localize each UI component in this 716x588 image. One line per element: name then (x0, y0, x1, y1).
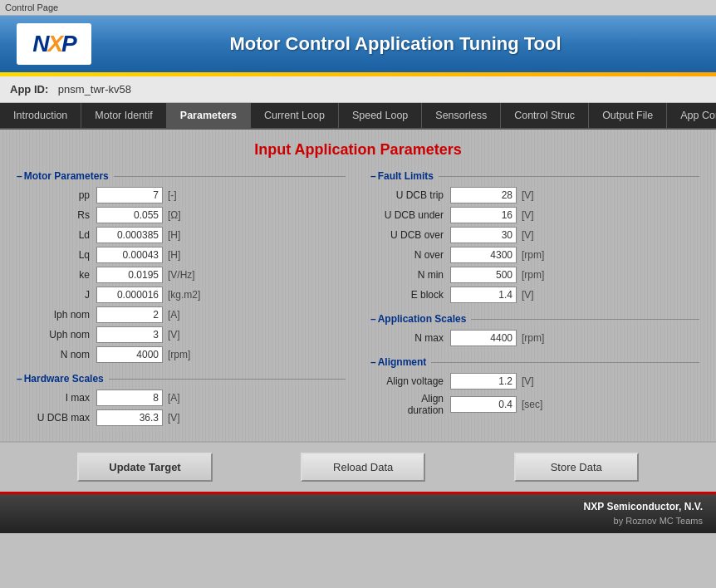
alignment-group: Alignment Align voltage [V] Align durati… (370, 356, 699, 416)
input-uph-nom[interactable] (96, 326, 163, 343)
app-scales-group: Application Scales N max [rpm] (370, 313, 699, 346)
bottom-bar: NXP Semiconductor, N.V. by Roznov MC Tea… (0, 492, 716, 533)
input-align-voltage[interactable] (450, 373, 517, 390)
param-row-j: J [kg.m2] (17, 287, 346, 303)
alignment-label: Alignment (370, 356, 699, 368)
unit-n-max: [rpm] (522, 332, 567, 344)
unit-n-nom: [rpm] (168, 349, 213, 360)
input-align-duration[interactable] (450, 396, 517, 413)
param-row-i-max: I max [A] (17, 390, 346, 406)
label-align-voltage: Align voltage (384, 375, 450, 387)
nav-tabs: Introduction Motor Identif Parameters Cu… (0, 103, 716, 130)
fault-limits-label: Fault Limits (370, 170, 699, 182)
unit-u-dcb-trip: [V] (522, 189, 567, 201)
label-n-nom: N nom (30, 349, 96, 360)
fault-limits-group: Fault Limits U DCB trip [V] U DCB under … (370, 170, 699, 303)
label-e-block: E block (384, 289, 450, 301)
input-n-max[interactable] (450, 330, 517, 346)
footer-area: Update Target Reload Data Store Data (0, 441, 716, 492)
unit-e-block: [V] (522, 289, 567, 301)
label-lq: Lq (30, 249, 96, 261)
param-row-n-over: N over [rpm] (370, 247, 699, 263)
param-row-lq: Lq [H] (17, 247, 346, 263)
label-iph-nom: Iph nom (30, 309, 96, 321)
input-e-block[interactable] (450, 287, 517, 303)
hardware-scales-label: Hardware Scales (17, 373, 346, 385)
param-row-ke: ke [V/Hz] (17, 267, 346, 283)
logo-box: NXP (17, 23, 91, 65)
tab-parameters[interactable]: Parameters (167, 103, 251, 128)
tab-output-file[interactable]: Output File (589, 103, 667, 128)
input-n-min[interactable] (450, 267, 517, 283)
label-u-dcb-max: U DCB max (30, 412, 96, 424)
input-pp[interactable] (96, 187, 163, 203)
hardware-scales-group: Hardware Scales I max [A] U DCB max [V] (17, 373, 346, 426)
store-data-button[interactable]: Store Data (514, 453, 639, 482)
app-scales-label: Application Scales (370, 313, 699, 325)
unit-i-max: [A] (168, 392, 213, 404)
param-row-align-duration: Align duration [sec] (370, 393, 699, 416)
label-n-max: N max (384, 332, 450, 344)
param-row-e-block: E block [V] (370, 287, 699, 303)
input-n-nom[interactable] (96, 346, 163, 363)
input-ke[interactable] (96, 267, 163, 283)
input-ld[interactable] (96, 227, 163, 243)
param-row-iph-nom: Iph nom [A] (17, 306, 346, 323)
input-iph-nom[interactable] (96, 306, 163, 323)
input-u-dcb-over[interactable] (450, 227, 517, 243)
tab-introduction[interactable]: Introduction (0, 103, 81, 128)
unit-u-dcb-under: [V] (522, 209, 567, 221)
label-n-over: N over (384, 249, 450, 261)
team-name: by Roznov MC Teams (13, 514, 703, 528)
input-u-dcb-trip[interactable] (450, 187, 517, 203)
section-title: Input Application Parameters (17, 141, 699, 159)
unit-n-over: [rpm] (522, 249, 567, 261)
input-u-dcb-max[interactable] (96, 409, 163, 426)
reload-data-button[interactable]: Reload Data (301, 453, 425, 482)
unit-j: [kg.m2] (168, 289, 213, 301)
tab-current-loop[interactable]: Current Loop (251, 103, 339, 128)
logo: NXP (32, 31, 76, 57)
unit-u-dcb-over: [V] (522, 229, 567, 241)
right-col: Fault Limits U DCB trip [V] U DCB under … (370, 170, 699, 436)
param-row-u-dcb-max: U DCB max [V] (17, 409, 346, 426)
app-id-value: pnsm_twr-kv58 (58, 83, 131, 96)
tab-control-struc[interactable]: Control Struc (501, 103, 589, 128)
unit-uph-nom: [V] (168, 329, 213, 341)
unit-u-dcb-max: [V] (168, 412, 213, 424)
title-bar: Control Page (0, 0, 716, 16)
label-j: J (30, 289, 96, 301)
motor-params-label: Motor Parameters (17, 170, 346, 182)
input-i-max[interactable] (96, 390, 163, 406)
tab-motor-identif[interactable]: Motor Identif (81, 103, 166, 128)
param-row-uph-nom: Uph nom [V] (17, 326, 346, 343)
input-lq[interactable] (96, 247, 163, 263)
unit-lq: [H] (168, 249, 213, 261)
update-target-button[interactable]: Update Target (77, 453, 212, 482)
param-row-pp: pp [-] (17, 187, 346, 203)
motor-params-group: Motor Parameters pp [-] Rs [Ω] Ld [H] (17, 170, 346, 363)
param-row-align-voltage: Align voltage [V] (370, 373, 699, 390)
input-n-over[interactable] (450, 247, 517, 263)
input-rs[interactable] (96, 207, 163, 223)
header: NXP Motor Control Application Tuning Too… (0, 16, 716, 72)
unit-n-min: [rpm] (522, 269, 567, 281)
unit-iph-nom: [A] (168, 309, 213, 321)
app-id-label: App ID: (10, 83, 48, 96)
param-row-u-dcb-over: U DCB over [V] (370, 227, 699, 243)
param-row-n-max: N max [rpm] (370, 330, 699, 346)
label-uph-nom: Uph nom (30, 329, 96, 341)
input-j[interactable] (96, 287, 163, 303)
unit-ld: [H] (168, 229, 213, 241)
label-align-duration: Align duration (384, 393, 450, 416)
input-u-dcb-under[interactable] (450, 207, 517, 223)
label-ke: ke (30, 269, 96, 281)
title-bar-label: Control Page (5, 2, 58, 12)
param-row-ld: Ld [H] (17, 227, 346, 243)
tab-speed-loop[interactable]: Speed Loop (339, 103, 422, 128)
tab-app-control[interactable]: App Control (667, 103, 716, 128)
label-ld: Ld (30, 229, 96, 241)
tab-sensorless[interactable]: Sensorless (422, 103, 501, 128)
left-col: Motor Parameters pp [-] Rs [Ω] Ld [H] (17, 170, 346, 436)
unit-pp: [-] (168, 189, 213, 201)
